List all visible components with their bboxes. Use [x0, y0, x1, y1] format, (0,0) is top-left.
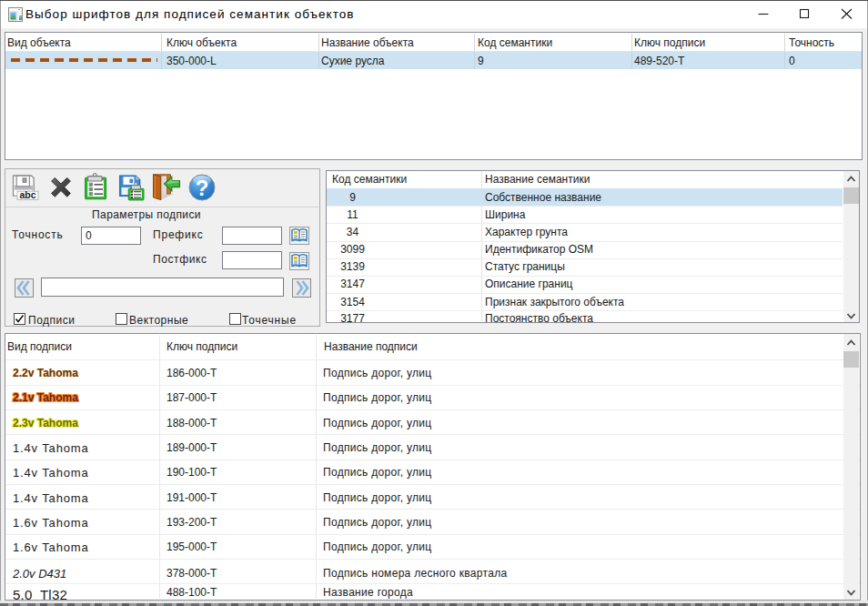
svg-text:?: ? [196, 176, 209, 200]
svg-text:abc: abc [19, 189, 35, 200]
